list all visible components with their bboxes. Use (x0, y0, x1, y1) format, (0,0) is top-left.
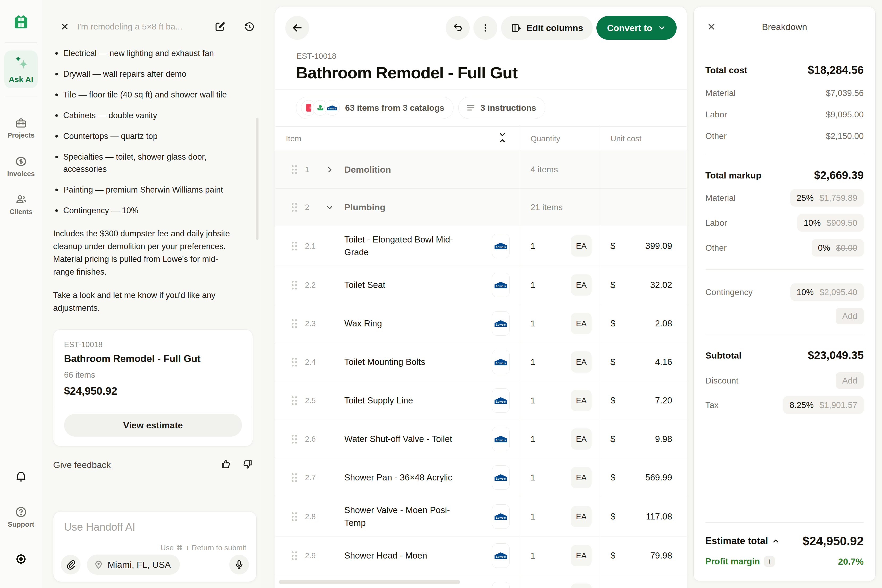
table-group-row[interactable]: 1 Demolition 4 items (275, 151, 687, 189)
settings-gear-button[interactable] (0, 552, 42, 566)
lowes-vendor-badge[interactable]: Lowe's (492, 504, 510, 529)
markup-input[interactable]: 25% $1,759.89 (790, 189, 864, 207)
quantity-value[interactable]: 1 (531, 319, 535, 328)
unit-cost-value[interactable]: 9.98 (655, 434, 672, 444)
column-header-unit-cost[interactable]: Unit cost (600, 127, 687, 151)
info-icon[interactable]: i (764, 556, 775, 567)
table-row[interactable]: 2.4 Toilet Mounting Bolts Lowe's 1 EA $ … (275, 343, 687, 381)
group-chevron[interactable] (326, 203, 344, 212)
unit-cost-value[interactable]: 7.20 (655, 396, 672, 405)
chat-scrollbar[interactable] (256, 118, 258, 240)
drag-handle[interactable] (292, 435, 298, 444)
lowes-vendor-badge[interactable]: Lowe's (492, 465, 510, 490)
column-header-quantity[interactable]: Quantity (520, 127, 600, 151)
markup-input[interactable]: 10% $909.50 (797, 214, 864, 232)
thumbs-up-button[interactable] (220, 459, 232, 471)
quantity-value[interactable]: 1 (531, 473, 535, 483)
drag-handle[interactable] (292, 473, 298, 482)
quantity-value[interactable]: 1 (531, 357, 535, 367)
unit-chip[interactable]: EA (571, 467, 592, 488)
ai-input-placeholder[interactable]: Use Handoff AI (64, 521, 248, 533)
lowes-vendor-badge[interactable]: Lowe's (492, 350, 510, 374)
drag-handle[interactable] (292, 165, 298, 174)
unit-chip[interactable]: EA (571, 584, 592, 588)
attach-file-button[interactable] (61, 555, 81, 574)
markup-input[interactable]: 0% $0.00 (812, 239, 864, 256)
unit-chip[interactable]: EA (571, 506, 592, 527)
estimate-total-toggle[interactable]: Estimate total (705, 536, 780, 547)
sidebar-item-projects[interactable]: Projects (0, 117, 42, 140)
unit-chip[interactable]: EA (571, 235, 592, 256)
table-row[interactable]: 2.6 Water Shut-off Valve - Toilet Lowe's… (275, 420, 687, 458)
quantity-value[interactable]: 1 (531, 396, 535, 405)
lowes-vendor-badge[interactable]: Lowe's (492, 234, 510, 258)
unit-cost-value[interactable]: 4.16 (655, 357, 672, 367)
drag-handle[interactable] (292, 512, 298, 521)
catalogs-pill[interactable]: Lowe's 63 items from 3 catalogs (296, 97, 453, 119)
column-header-item[interactable]: Item (275, 127, 520, 151)
quantity-value[interactable]: 1 (531, 434, 535, 444)
breakdown-close-button[interactable] (705, 21, 717, 33)
unit-chip[interactable]: EA (571, 428, 592, 450)
lowes-vendor-badge[interactable]: Lowe's (492, 543, 510, 568)
chat-history-button[interactable] (242, 19, 256, 34)
drag-handle[interactable] (292, 551, 298, 560)
lowes-vendor-badge[interactable]: Lowe's (492, 427, 510, 451)
drag-handle[interactable] (292, 242, 298, 250)
table-row[interactable]: 2.5 Toilet Supply Line Lowe's 1 EA $ 7.2… (275, 381, 687, 420)
chat-close-button[interactable] (58, 20, 71, 33)
unit-chip[interactable]: EA (571, 274, 592, 296)
ai-input-card[interactable]: Use Handoff AI Use ⌘ + Return to submit … (53, 511, 256, 582)
location-chip[interactable]: Miami, FL, USA (87, 555, 180, 575)
drag-handle[interactable] (292, 281, 298, 290)
unit-chip[interactable]: EA (571, 390, 592, 411)
sidebar-item-invoices[interactable]: Invoices (0, 155, 42, 178)
chat-title[interactable]: I'm remodeling a 5×8 ft ba... (77, 22, 204, 32)
lowes-vendor-badge[interactable]: Lowe's (492, 388, 510, 413)
notifications-bell-button[interactable] (0, 470, 42, 482)
drag-handle[interactable] (292, 203, 298, 212)
drag-handle[interactable] (292, 319, 298, 328)
collapse-all-icon[interactable] (498, 132, 507, 146)
contingency-input[interactable]: 10% $2,095.40 (790, 284, 864, 301)
undo-button[interactable] (446, 16, 470, 40)
handoff-logo[interactable] (12, 12, 30, 30)
view-estimate-button[interactable]: View estimate (64, 414, 242, 436)
lowes-vendor-badge[interactable]: Lowe's (492, 311, 510, 336)
quantity-value[interactable]: 1 (531, 551, 535, 561)
thumbs-down-button[interactable] (242, 459, 253, 471)
lowes-vendor-badge[interactable]: Lowe's (492, 582, 510, 588)
unit-chip[interactable]: EA (571, 545, 592, 566)
discount-add-button[interactable]: Add (836, 372, 864, 389)
unit-cost-value[interactable]: 399.09 (645, 241, 672, 251)
unit-chip[interactable]: EA (571, 313, 592, 334)
tax-input[interactable]: 8.25% $1,901.57 (783, 396, 864, 414)
drag-handle[interactable] (292, 396, 298, 405)
edit-columns-button[interactable]: Edit columns (501, 16, 593, 40)
table-row[interactable]: 2.8 Shower Valve - Moen Posi-Temp Lowe's… (275, 497, 687, 537)
quantity-value[interactable]: 1 (531, 280, 535, 290)
quantity-value[interactable]: 1 (531, 241, 535, 251)
table-row[interactable]: 2.9 Shower Head - Moen Lowe's 1 EA $ 79.… (275, 537, 687, 575)
quantity-value[interactable]: 1 (531, 512, 535, 522)
unit-cost-value[interactable]: 569.99 (645, 472, 672, 483)
sidebar-item-support[interactable]: Support (0, 506, 42, 528)
table-row[interactable]: 2.1 Toilet - Elongated Bowl Mid-Grade Lo… (275, 226, 687, 266)
table-row[interactable]: 2.2 Toilet Seat Lowe's 1 EA $ 32.02 (275, 266, 687, 304)
sidebar-item-clients[interactable]: Clients (0, 194, 42, 216)
convert-to-button[interactable]: Convert to (596, 16, 676, 40)
drag-handle[interactable] (292, 358, 298, 366)
unit-cost-value[interactable]: 79.98 (650, 550, 672, 561)
table-row[interactable]: 2.7 Shower Pan - 36×48 Acrylic Lowe's 1 … (275, 458, 687, 497)
sidebar-item-ask-ai[interactable]: Ask AI (4, 51, 38, 88)
table-row[interactable]: 2.3 Wax Ring Lowe's 1 EA $ 2.08 (275, 304, 687, 343)
table-group-row[interactable]: 2 Plumbing 21 items (275, 189, 687, 226)
unit-cost-value[interactable]: 2.08 (655, 318, 672, 328)
back-button[interactable] (285, 16, 309, 40)
unit-cost-value[interactable]: 117.08 (646, 512, 672, 522)
more-menu-button[interactable] (473, 16, 497, 40)
group-chevron[interactable] (326, 166, 344, 174)
lowes-vendor-badge[interactable]: Lowe's (492, 273, 510, 297)
voice-input-button[interactable] (229, 555, 249, 574)
contingency-add-button[interactable]: Add (836, 308, 864, 324)
